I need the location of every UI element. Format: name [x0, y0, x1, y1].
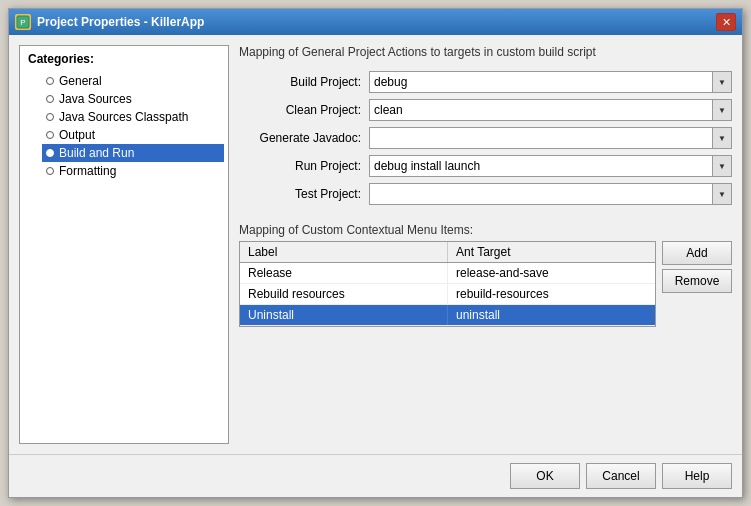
- sidebar-item-label-java-sources: Java Sources: [59, 92, 132, 106]
- tree-dot-formatting: [46, 167, 54, 175]
- sidebar-item-label-general: General: [59, 74, 102, 88]
- sidebar-item-label-build-and-run: Build and Run: [59, 146, 134, 160]
- table-cell-release-target: release-and-save: [448, 263, 655, 283]
- tree-dot-java-sources: [46, 95, 54, 103]
- sidebar-item-label-java-sources-classpath: Java Sources Classpath: [59, 110, 188, 124]
- field-label-generate-javadoc: Generate Javadoc:: [239, 131, 369, 145]
- field-label-run-project: Run Project:: [239, 159, 369, 173]
- custom-menu-table: Label Ant Target Release release-and-sav…: [239, 241, 656, 327]
- sidebar-item-output[interactable]: Output: [42, 126, 224, 144]
- categories-label: Categories:: [24, 52, 224, 66]
- field-label-build-project: Build Project:: [239, 75, 369, 89]
- field-row-test-project: Test Project:: [239, 183, 732, 205]
- dropdown-generate-javadoc[interactable]: [369, 127, 732, 149]
- window-title: Project Properties - KillerApp: [37, 15, 204, 29]
- field-row-generate-javadoc: Generate Javadoc:: [239, 127, 732, 149]
- remove-button[interactable]: Remove: [662, 269, 732, 293]
- table-cell-release-label: Release: [240, 263, 448, 283]
- field-row-build-project: Build Project: debug: [239, 71, 732, 93]
- table-row-release[interactable]: Release release-and-save: [240, 263, 655, 284]
- title-bar-left: P Project Properties - KillerApp: [15, 14, 204, 30]
- table-cell-rebuild-label: Rebuild resources: [240, 284, 448, 304]
- field-row-clean-project: Clean Project: clean: [239, 99, 732, 121]
- dropdown-wrapper-run-project: debug install launch: [369, 155, 732, 177]
- table-header: Label Ant Target: [240, 242, 655, 263]
- table-row-uninstall[interactable]: Uninstall uninstall: [240, 305, 655, 326]
- dropdown-wrapper-build-project: debug: [369, 71, 732, 93]
- tree-dot-output: [46, 131, 54, 139]
- ok-button[interactable]: OK: [510, 463, 580, 489]
- field-label-test-project: Test Project:: [239, 187, 369, 201]
- content-area: Categories: General Java Sources Java So…: [9, 35, 742, 454]
- dropdown-clean-project[interactable]: clean: [369, 99, 732, 121]
- sidebar-item-build-and-run[interactable]: Build and Run: [42, 144, 224, 162]
- main-window: P Project Properties - KillerApp ✕ Categ…: [8, 8, 743, 498]
- sidebar-item-java-sources-classpath[interactable]: Java Sources Classpath: [42, 108, 224, 126]
- field-label-clean-project: Clean Project:: [239, 103, 369, 117]
- tree-items: General Java Sources Java Sources Classp…: [42, 72, 224, 180]
- tree-dot-build-and-run: [46, 149, 54, 157]
- help-button[interactable]: Help: [662, 463, 732, 489]
- table-cell-rebuild-target: rebuild-resources: [448, 284, 655, 304]
- table-side-buttons: Add Remove: [662, 241, 732, 293]
- table-row-rebuild-resources[interactable]: Rebuild resources rebuild-resources: [240, 284, 655, 305]
- dropdown-wrapper-generate-javadoc: [369, 127, 732, 149]
- dropdown-run-project[interactable]: debug install launch: [369, 155, 732, 177]
- dropdown-wrapper-clean-project: clean: [369, 99, 732, 121]
- svg-text:P: P: [20, 18, 25, 27]
- sidebar-item-label-formatting: Formatting: [59, 164, 116, 178]
- dropdown-wrapper-test-project: [369, 183, 732, 205]
- sidebar-item-general[interactable]: General: [42, 72, 224, 90]
- fields-area: Build Project: debug Clean Project: clea…: [239, 71, 732, 211]
- sidebar-item-formatting[interactable]: Formatting: [42, 162, 224, 180]
- field-row-run-project: Run Project: debug install launch: [239, 155, 732, 177]
- tree-dot-general: [46, 77, 54, 85]
- sidebar-item-label-output: Output: [59, 128, 95, 142]
- right-panel: Mapping of General Project Actions to ta…: [239, 45, 732, 444]
- mapping-section: Mapping of Custom Contextual Menu Items:…: [239, 223, 732, 327]
- table-cell-uninstall-label: Uninstall: [240, 305, 448, 325]
- window-icon: P: [15, 14, 31, 30]
- add-button[interactable]: Add: [662, 241, 732, 265]
- dropdown-test-project[interactable]: [369, 183, 732, 205]
- table-cell-uninstall-target: uninstall: [448, 305, 655, 325]
- tree-dot-java-sources-classpath: [46, 113, 54, 121]
- section2-title: Mapping of Custom Contextual Menu Items:: [239, 223, 732, 237]
- table-header-ant-target: Ant Target: [448, 242, 655, 262]
- section1-title: Mapping of General Project Actions to ta…: [239, 45, 732, 59]
- cancel-button[interactable]: Cancel: [586, 463, 656, 489]
- title-bar: P Project Properties - KillerApp ✕: [9, 9, 742, 35]
- sidebar-item-java-sources[interactable]: Java Sources: [42, 90, 224, 108]
- table-header-label: Label: [240, 242, 448, 262]
- dropdown-build-project[interactable]: debug: [369, 71, 732, 93]
- categories-panel: Categories: General Java Sources Java So…: [19, 45, 229, 444]
- footer-bar: OK Cancel Help: [9, 454, 742, 497]
- close-button[interactable]: ✕: [716, 13, 736, 31]
- table-area: Label Ant Target Release release-and-sav…: [239, 241, 732, 327]
